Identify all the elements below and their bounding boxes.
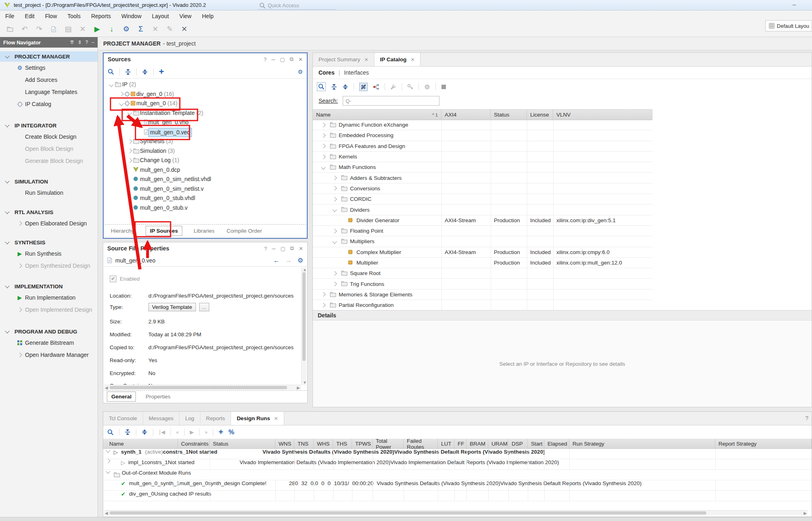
flow-item-open-elaborated-design[interactable]: Open Elaborated Design xyxy=(0,217,98,229)
tab-project-summary[interactable]: Project Summary✕ xyxy=(313,53,375,66)
run-row[interactable]: ✔mult_gen_0_synth_1mult_gen_0synth_desig… xyxy=(103,480,812,491)
minimize-icon[interactable]: – xyxy=(793,1,796,8)
tree-row[interactable]: mult_gen_0.veo xyxy=(104,127,306,137)
tree-row[interactable]: mult_gen_0_sim_netlist.vhdl xyxy=(104,175,306,184)
tree-row[interactable]: mult_gen_0.dcp xyxy=(104,165,306,175)
chevron-right-icon[interactable] xyxy=(321,123,325,127)
catalog-row[interactable]: CORDIC xyxy=(313,194,652,204)
flow-section-rtl-analysis[interactable]: RTL ANALYSIS xyxy=(0,207,98,217)
section-chevron-icon[interactable] xyxy=(5,123,9,127)
chevron-right-icon[interactable] xyxy=(332,281,337,286)
tab-tcl-console[interactable]: Tcl Console xyxy=(103,412,143,425)
flow-section-project-manager[interactable]: PROJECT MANAGER xyxy=(0,51,98,62)
menu-file[interactable]: File xyxy=(0,11,20,21)
type-button[interactable]: Verilog Template xyxy=(148,303,196,311)
create-run-icon[interactable]: + xyxy=(219,427,223,437)
tab-ip-catalog[interactable]: IP Catalog✕ xyxy=(375,53,421,66)
chevron-right-icon[interactable] xyxy=(321,144,325,148)
tab-log[interactable]: Log xyxy=(179,412,200,425)
flow-item-settings[interactable]: ⚙Settings xyxy=(0,62,98,74)
tree-row[interactable]: mult_gen_0_stub.v xyxy=(104,203,306,213)
flow-item-run-synthesis[interactable]: ▶Run Synthesis xyxy=(0,248,98,260)
vertical-scrollbar[interactable]: ▲ ▼ xyxy=(301,267,306,385)
chevron-right-icon[interactable] xyxy=(332,175,337,180)
runs-column-tns[interactable]: TNS xyxy=(294,439,314,449)
add-sources-icon[interactable]: + xyxy=(159,67,164,77)
catalog-row[interactable]: Dynamic Function eXchange xyxy=(313,120,652,130)
catalog-row[interactable]: Square Root xyxy=(313,268,652,279)
tab-design-runs[interactable]: Design Runs✕ xyxy=(231,412,284,425)
sources-tab-hierarchy[interactable]: Hierarchy xyxy=(110,226,135,235)
chevron-right-icon[interactable] xyxy=(106,459,110,463)
horizontal-scrollbar[interactable]: ◀ ▶ xyxy=(104,385,301,390)
runs-column-constraints[interactable]: Constraints xyxy=(178,439,210,449)
expand-all-icon[interactable] xyxy=(342,84,348,90)
tree-row[interactable]: Change Log(1) xyxy=(104,156,306,165)
taxonomy-icon[interactable] xyxy=(373,84,379,90)
runs-column-ths[interactable]: THS xyxy=(333,439,352,449)
help-icon[interactable]: ? xyxy=(264,246,267,252)
subtab-cores[interactable]: Cores xyxy=(319,69,335,76)
menu-tools[interactable]: Tools xyxy=(62,11,86,21)
run-row[interactable]: ▷synth_1 (active)constrs_1Not startedViv… xyxy=(103,449,812,459)
tab-reports[interactable]: Reports xyxy=(200,412,231,425)
undo-icon[interactable]: ↶ xyxy=(20,25,29,33)
collapse-all-icon[interactable] xyxy=(331,84,337,90)
sources-tab-ip-sources[interactable]: IP Sources xyxy=(146,226,183,236)
menu-help[interactable]: Help xyxy=(197,11,219,21)
catalog-row[interactable]: Embedded Processing xyxy=(313,130,652,141)
flow-item-generate-bitstream[interactable]: Generate Bitstream xyxy=(0,337,98,349)
flow-section-synthesis[interactable]: SYNTHESIS xyxy=(0,237,98,248)
chevron-right-icon[interactable] xyxy=(321,292,325,297)
chevron-down-icon[interactable] xyxy=(332,207,337,212)
gear-icon[interactable]: ⚙ xyxy=(298,256,303,264)
runs-column-wns[interactable]: WNS xyxy=(275,439,294,449)
catalog-row[interactable]: Dividers xyxy=(313,204,652,215)
flow-item-ip-catalog[interactable]: IP Catalog xyxy=(0,98,98,110)
menu-window[interactable]: Window xyxy=(116,11,147,21)
expand-all-icon[interactable] xyxy=(142,69,148,75)
catalog-row[interactable]: Adders & Subtracters xyxy=(313,173,652,183)
quick-access-input[interactable]: Quick Access xyxy=(258,2,336,10)
expand-all-icon[interactable] xyxy=(142,429,148,435)
sources-tab-libraries[interactable]: Libraries xyxy=(193,226,215,235)
report-icon[interactable]: Σ xyxy=(136,25,145,33)
runs-column-status[interactable]: Status xyxy=(210,439,275,449)
filter-icon[interactable] xyxy=(359,83,368,91)
run-progress-icon[interactable]: % xyxy=(229,429,234,436)
tree-row[interactable]: mult_gen_0.vho xyxy=(104,118,306,127)
flow-item-open-block-design[interactable]: Open Block Design xyxy=(0,143,98,155)
maximize-panel-icon[interactable]: ▢ xyxy=(281,246,285,252)
search-icon[interactable] xyxy=(108,69,114,75)
run-row[interactable]: ▷impl_1constrs_1Not startedVivado Implem… xyxy=(103,459,812,470)
enabled-checkbox[interactable]: ✔ xyxy=(110,275,117,282)
column-header-vlnv[interactable]: VLNV xyxy=(553,110,652,120)
chevron-down-icon[interactable] xyxy=(109,82,113,87)
tree-row[interactable]: mult_gen_0(14) xyxy=(104,99,306,108)
section-chevron-icon[interactable] xyxy=(5,329,9,333)
section-chevron-icon[interactable] xyxy=(5,240,9,244)
properties-tab-properties[interactable]: Properties xyxy=(145,392,171,401)
chevron-down-icon[interactable] xyxy=(106,449,110,453)
close-tab-icon[interactable]: ✕ xyxy=(410,57,414,63)
flow-section-program-and-debug[interactable]: PROGRAM AND DEBUG xyxy=(0,326,98,337)
catalog-row[interactable]: Kernels xyxy=(313,152,652,162)
column-header-license[interactable]: License xyxy=(527,110,553,120)
flow-item-generate-block-design[interactable]: Generate Block Design xyxy=(0,155,98,167)
runs-column-start[interactable]: Start xyxy=(528,439,544,449)
runs-column-failed_routes[interactable]: Failed Routes xyxy=(404,439,438,449)
flow-section-simulation[interactable]: SIMULATION xyxy=(0,176,98,187)
settings-icon[interactable]: ⚙ xyxy=(298,69,303,75)
chevron-right-icon[interactable] xyxy=(321,154,325,159)
close-tab-icon[interactable]: ✕ xyxy=(364,57,369,63)
edit-icon[interactable]: ✎ xyxy=(165,25,174,33)
chevron-right-icon[interactable] xyxy=(321,133,325,138)
menu-flow[interactable]: Flow xyxy=(40,11,62,21)
tree-row[interactable]: IP(2) xyxy=(104,80,306,90)
column-header-status[interactable]: Status xyxy=(491,110,527,120)
open-project-icon[interactable] xyxy=(6,26,15,32)
flow-item-run-simulation[interactable]: Run Simulation xyxy=(0,187,98,199)
catalog-row[interactable]: Partial Reconfiguration xyxy=(313,300,652,311)
runs-column-run_strategy[interactable]: Run Strategy xyxy=(569,439,715,449)
catalog-row[interactable]: Floating Point xyxy=(313,226,652,236)
